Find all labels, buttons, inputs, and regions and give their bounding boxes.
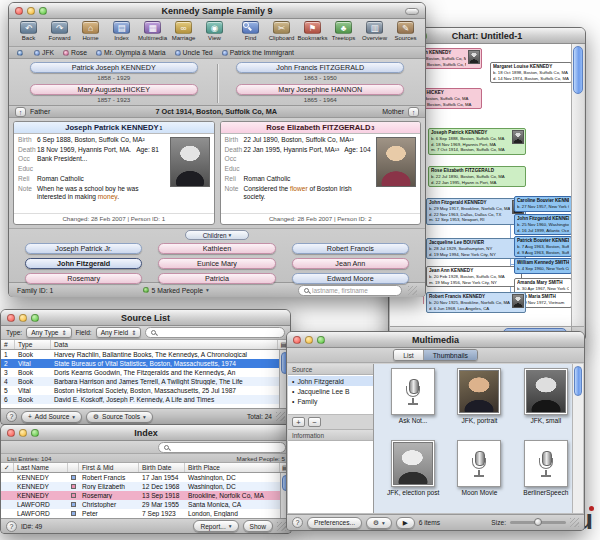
bookmarks-button[interactable]: ⚑Bookmarks bbox=[297, 20, 328, 42]
multimedia-titlebar[interactable]: Multimedia bbox=[287, 332, 584, 348]
source-titlebar[interactable]: Source List bbox=[1, 310, 290, 326]
tab-thumbnails[interactable]: Thumbnails bbox=[424, 350, 477, 360]
toolbar-toggle-button[interactable] bbox=[405, 8, 419, 15]
column-header-firstname[interactable]: First & Mid bbox=[79, 463, 139, 472]
child-button[interactable]: Jean Ann bbox=[292, 258, 409, 269]
scrollbar-thumb[interactable] bbox=[573, 46, 583, 94]
zoom-button[interactable] bbox=[31, 314, 39, 322]
minimize-button[interactable] bbox=[19, 314, 27, 322]
close-button[interactable] bbox=[7, 429, 15, 437]
note-link[interactable]: money bbox=[98, 193, 117, 200]
bookmark-olympia-maria[interactable]: Mr. Olympia & Maria bbox=[96, 49, 166, 56]
children-disclosure-button[interactable]: Children▾ bbox=[185, 230, 249, 240]
child-button[interactable]: Patricia bbox=[158, 273, 275, 284]
column-header-mark[interactable]: ✓ bbox=[1, 463, 14, 472]
field-popup[interactable]: Any Field⇕ bbox=[96, 327, 142, 338]
column-header-birthplace[interactable]: Birth Place bbox=[185, 463, 280, 472]
grandmother-button[interactable]: Mary Josephine HANNON bbox=[236, 84, 404, 95]
remove-button[interactable]: − bbox=[308, 417, 321, 427]
column-header-birthdate[interactable]: Birth Date bbox=[139, 463, 185, 472]
source-row[interactable]: 4BookBarbara Harrison and James Terrell,… bbox=[1, 377, 290, 386]
forward-button[interactable]: ↷Forward bbox=[44, 20, 75, 42]
grandfather-button[interactable]: John Francis FITZGERALD bbox=[236, 62, 404, 73]
search-input[interactable] bbox=[172, 444, 280, 451]
main-titlebar[interactable]: Kennedy Sample Family 9 bbox=[9, 3, 425, 19]
find-button[interactable]: Find bbox=[235, 20, 266, 42]
scrollbar-thumb[interactable] bbox=[574, 366, 582, 396]
bookmarks-menu-icon[interactable] bbox=[17, 50, 23, 56]
father-up-button[interactable]: ↑ bbox=[15, 107, 26, 117]
column-header-type[interactable]: Type bbox=[15, 340, 51, 349]
add-source-button[interactable]: +Add Source▾ bbox=[21, 411, 82, 423]
chart-person-box[interactable]: Patrick Bouvier KENNEDY b. 7 Aug 1963, B… bbox=[514, 236, 571, 257]
bookmark-rose[interactable]: Rose bbox=[63, 49, 87, 56]
note-link[interactable]: flower bbox=[290, 185, 308, 192]
chart-person-box[interactable]: Jacqueline Lee BOUVIER b. 28 Jul 1929, S… bbox=[426, 238, 526, 259]
slider-thumb[interactable] bbox=[534, 518, 542, 526]
child-button[interactable]: Rosemary bbox=[25, 273, 142, 284]
zoom-button[interactable] bbox=[39, 7, 47, 15]
vertical-scrollbar[interactable] bbox=[572, 364, 583, 513]
media-item[interactable]: JFK, election post bbox=[382, 440, 444, 512]
media-item[interactable]: Moon Movie bbox=[448, 440, 510, 512]
column-header-data[interactable]: Data bbox=[51, 340, 278, 349]
type-popup[interactable]: Any Type⇕ bbox=[26, 327, 71, 338]
treetops-button[interactable]: ♣Treetops bbox=[328, 20, 359, 42]
source-search-field[interactable] bbox=[145, 327, 285, 338]
help-button[interactable]: ? bbox=[292, 517, 303, 528]
sources-button[interactable]: ✎Sources bbox=[390, 20, 421, 42]
minimize-button[interactable] bbox=[305, 336, 313, 344]
index-row[interactable]: KENNEDYRobert Francis17 Jan 1954Washingt… bbox=[1, 473, 291, 482]
grandmother-button[interactable]: Mary Augusta HICKEY bbox=[30, 84, 198, 95]
media-item[interactable]: JFK, portrait bbox=[448, 368, 510, 440]
chart-person-box[interactable]: William Kennedy SMITH b. 4 Sep 1960, New… bbox=[514, 258, 571, 274]
child-button[interactable]: Kathleen bbox=[158, 243, 275, 254]
back-button[interactable]: ↶Back bbox=[13, 20, 44, 42]
column-header-sex[interactable] bbox=[68, 463, 79, 472]
resize-grip[interactable] bbox=[408, 286, 417, 295]
marked-people-menu[interactable]: 5 Marked People▾ bbox=[143, 287, 209, 294]
search-input[interactable] bbox=[159, 329, 279, 336]
index-row[interactable]: LAWFORDPeter7 Sep 1923London, England bbox=[1, 509, 291, 518]
source-tools-button[interactable]: ⚙Source Tools▾ bbox=[86, 411, 153, 423]
chart-person-box[interactable]: Margaret Louise KENNEDY b. 18 Oct 1898, … bbox=[490, 62, 571, 83]
chart-person-box[interactable]: Jean Ann KENNEDY b. 20 Feb 1928, Boston,… bbox=[426, 266, 522, 287]
close-button[interactable] bbox=[293, 336, 301, 344]
child-button[interactable]: Eunice Mary bbox=[158, 258, 275, 269]
zoom-button[interactable] bbox=[31, 429, 39, 437]
child-button[interactable]: Joseph Patrick Jr. bbox=[25, 243, 142, 254]
father-photo[interactable] bbox=[170, 137, 210, 187]
play-button[interactable]: ▶ bbox=[396, 517, 415, 529]
show-button[interactable]: Show bbox=[243, 520, 274, 532]
child-button[interactable]: Edward Moore bbox=[292, 273, 409, 284]
father-name-header[interactable]: Joseph Patrick KENNEDY1 bbox=[14, 122, 214, 134]
help-button[interactable]: ? bbox=[6, 411, 17, 422]
chart-person-box[interactable]: Joseph Patrick KENNEDY b. 6 Sep 1888, Bo… bbox=[428, 128, 526, 155]
close-button[interactable] bbox=[15, 7, 23, 15]
chart-person-box[interactable]: John Fitzgerald KENNEDY b. 25 Nov 1960, … bbox=[514, 214, 571, 235]
resize-grip[interactable] bbox=[277, 522, 286, 531]
chart-person-box[interactable]: Rose Elizabeth FITZGERALD b. 22 Jul 1890… bbox=[428, 166, 526, 187]
vertical-scrollbar[interactable] bbox=[571, 44, 584, 326]
search-input[interactable] bbox=[312, 287, 396, 294]
source-item-jacqueline[interactable]: •Jacqueline Lee B bbox=[288, 386, 373, 396]
index-search-field[interactable] bbox=[158, 442, 286, 453]
bookmark-uncle-ted[interactable]: Uncle Ted bbox=[175, 49, 213, 56]
chart-person-box[interactable]: Caroline Bouvier KENNEDY b. 27 Nov 1957,… bbox=[514, 196, 571, 212]
bookmark-jfk[interactable]: JFK bbox=[34, 49, 54, 56]
child-button-selected[interactable]: John Fitzgerald bbox=[25, 258, 142, 269]
source-row[interactable]: 5VitalBoston Historical Society, Boston,… bbox=[1, 386, 290, 395]
chart-person-box[interactable]: John Fitzgerald KENNEDY b. 29 May 1917, … bbox=[426, 198, 526, 225]
tools-menu-button[interactable]: ⚙▾ bbox=[366, 517, 392, 529]
source-item-family[interactable]: •Family bbox=[288, 396, 373, 406]
media-item[interactable]: Ask Not... bbox=[382, 368, 444, 440]
add-button[interactable]: + bbox=[292, 417, 305, 427]
column-header-number[interactable]: # bbox=[1, 340, 15, 349]
help-button[interactable]: ? bbox=[6, 521, 17, 532]
source-row-selected[interactable]: 2VitalState Bureaus of Vital Statistics,… bbox=[1, 359, 290, 368]
mother-up-button[interactable]: ↑ bbox=[408, 107, 419, 117]
zoom-button[interactable] bbox=[317, 336, 325, 344]
source-row[interactable]: 1BookHarvey Rachlin, Ballantine Books, T… bbox=[1, 350, 290, 359]
thumbnail-size-slider[interactable] bbox=[510, 521, 566, 524]
media-item[interactable]: JFK, small bbox=[515, 368, 577, 440]
